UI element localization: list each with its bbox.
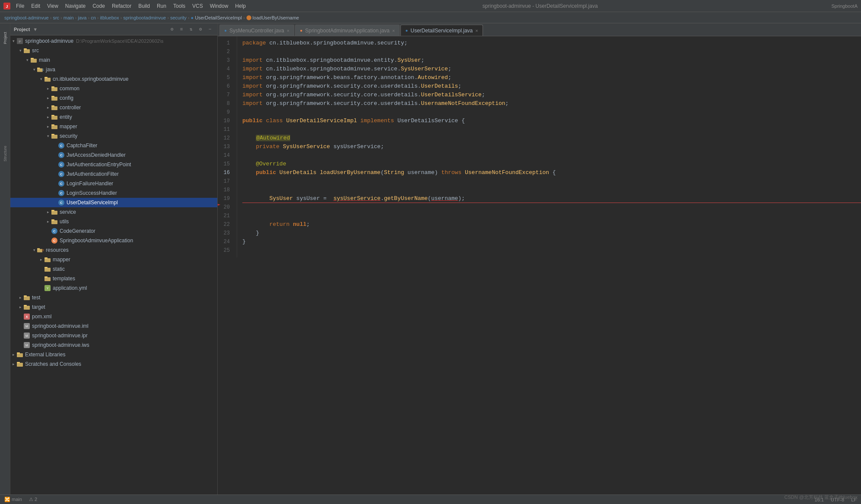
- line-1[interactable]: package cn.itbluebox.springbootadminvue.…: [242, 39, 861, 48]
- tab-sysmenu-close[interactable]: ×: [287, 28, 289, 33]
- tree-item-pomxml[interactable]: Xpom.xml: [10, 312, 217, 321]
- tree-item-static[interactable]: static: [10, 264, 217, 274]
- tree-item-userdetailimpl[interactable]: CUserDetailServiceImpl: [10, 198, 217, 207]
- tree-item-cn-pkg[interactable]: ▾cn.itbluebox.springbootadminvue: [10, 74, 217, 84]
- line-25[interactable]: [242, 246, 861, 255]
- activity-structure[interactable]: Structure: [1, 141, 10, 167]
- menu-view[interactable]: View: [44, 2, 61, 10]
- code-editor[interactable]: 1234567891011121314151617181920212223242…: [218, 36, 861, 494]
- tab-userdetail-close[interactable]: ×: [475, 28, 478, 33]
- menu-refactor[interactable]: Refactor: [109, 2, 134, 10]
- tree-item-common[interactable]: ▸common: [10, 84, 217, 93]
- tree-item-entity[interactable]: ▸entity: [10, 112, 217, 122]
- tree-item-adminvue-ipr[interactable]: Mspringboot-adminvue.ipr: [10, 331, 217, 340]
- breadcrumb-security[interactable]: security: [170, 15, 187, 20]
- tree-item-resources[interactable]: ▾Rresources: [10, 245, 217, 255]
- line-11[interactable]: [242, 125, 861, 134]
- line-2[interactable]: [242, 48, 861, 56]
- line-8[interactable]: import org.springframework.security.core…: [242, 99, 861, 108]
- sort-icon[interactable]: ≡: [178, 25, 185, 33]
- breadcrumb-src[interactable]: src: [53, 15, 59, 20]
- tab-sysmenu-icon: ●: [224, 28, 227, 33]
- line-24[interactable]: }: [242, 238, 861, 246]
- line-18[interactable]: [242, 186, 861, 194]
- tree-item-adminvue-iml[interactable]: Mspringboot-adminvue.iml: [10, 321, 217, 331]
- tree-item-jwtauthentry[interactable]: CJwtAuthenticationEntryPoint: [10, 160, 217, 169]
- menu-tools[interactable]: Tools: [170, 2, 188, 10]
- breadcrumb-itbluebox[interactable]: itbluebox: [100, 15, 119, 20]
- tree-item-config[interactable]: ▸config: [10, 93, 217, 103]
- menu-code[interactable]: Code: [89, 2, 108, 10]
- gear-icon[interactable]: ⚙: [197, 25, 204, 33]
- tree-item-ext-libs[interactable]: ▸External Libraries: [10, 350, 217, 359]
- tree-item-appyml[interactable]: Yapplication.yml: [10, 283, 217, 293]
- breadcrumb-project[interactable]: springboot-adminvue: [4, 15, 49, 20]
- line-21[interactable]: [242, 212, 861, 220]
- tree-item-springbootapp[interactable]: CSpringbootAdminvueApplication: [10, 236, 217, 245]
- tab-sysmenu[interactable]: ● SysMenuController.java ×: [219, 25, 294, 36]
- menu-edit[interactable]: Edit: [28, 2, 43, 10]
- line-10[interactable]: public class UserDetailServiceImpl imple…: [242, 117, 861, 125]
- breadcrumb-cn[interactable]: cn: [91, 15, 96, 20]
- tree-item-service[interactable]: ▸service: [10, 207, 217, 217]
- breadcrumb-java[interactable]: java: [78, 15, 86, 20]
- tree-item-jwtaccessdenied[interactable]: CJwtAccessDeniedHandler: [10, 150, 217, 160]
- menu-vcs[interactable]: VCS: [189, 2, 206, 10]
- line-3[interactable]: import cn.itbluebox.springbootadminvue.e…: [242, 56, 861, 65]
- tab-springbootapp[interactable]: ● SpringbootAdminvueApplication.java ×: [295, 25, 400, 36]
- menu-help[interactable]: Help: [232, 2, 249, 10]
- tree-item-loginfailure[interactable]: CLoginFailureHandler: [10, 179, 217, 188]
- line-13[interactable]: private SysUserService sysUserService;: [242, 143, 861, 151]
- menu-file[interactable]: File: [13, 2, 27, 10]
- line-16[interactable]: ▶ public UserDetails loadUserByUsername(…: [242, 168, 861, 177]
- line-9[interactable]: [242, 108, 861, 117]
- tree-item-templates[interactable]: templates: [10, 274, 217, 283]
- line-15[interactable]: @Override: [242, 160, 861, 168]
- menu-build[interactable]: Build: [135, 2, 153, 10]
- tree-item-main[interactable]: ▾main: [10, 55, 217, 65]
- menu-window[interactable]: Window: [207, 2, 232, 10]
- tab-springbootapp-close[interactable]: ×: [392, 28, 395, 33]
- tree-item-scratches[interactable]: ▸Scratches and Consoles: [10, 359, 217, 369]
- line-12[interactable]: @Autowired: [242, 134, 861, 143]
- line-23[interactable]: }: [242, 229, 861, 238]
- settings-icon[interactable]: ⚙: [168, 25, 176, 33]
- tree-item-loginsuccess[interactable]: CLoginSuccessHandler: [10, 188, 217, 198]
- tree-item-controller[interactable]: ▸controller: [10, 103, 217, 112]
- tree-item-test[interactable]: ▸test: [10, 293, 217, 302]
- line-7[interactable]: import org.springframework.security.core…: [242, 91, 861, 99]
- breadcrumb-class[interactable]: ● UserDetailServiceImpl: [191, 15, 241, 20]
- line-19[interactable]: SysUser sysUser = sysUserService.getByUs…: [242, 194, 861, 203]
- tree-item-java[interactable]: ▾Sjava: [10, 65, 217, 74]
- breadcrumb-main[interactable]: main: [64, 15, 74, 20]
- line-20[interactable]: [242, 203, 861, 212]
- title-bar-left: J File Edit View Navigate Code Refactor …: [3, 2, 249, 10]
- activity-project[interactable]: Project: [1, 25, 10, 51]
- tree-item-mapper[interactable]: ▸mapper: [10, 122, 217, 131]
- line-22[interactable]: return null;: [242, 220, 861, 229]
- line-14[interactable]: [242, 151, 861, 160]
- breadcrumb-springbootadminvue[interactable]: springbootadminvue: [123, 15, 166, 20]
- tree-item-target[interactable]: ▸target: [10, 302, 217, 312]
- tab-userdetail[interactable]: ● UserDetailServiceImpl.java ×: [400, 25, 483, 36]
- menu-run[interactable]: Run: [154, 2, 169, 10]
- tree-item-utils[interactable]: ▸utils: [10, 217, 217, 226]
- breadcrumb-method[interactable]: ⬤ loadUserByUsername: [246, 15, 299, 20]
- tree-item-adminvue-iws[interactable]: Mspringboot-adminvue.iws: [10, 340, 217, 350]
- tree-item-security[interactable]: ▾security: [10, 131, 217, 141]
- line-content[interactable]: package cn.itbluebox.springbootadminvue.…: [237, 36, 861, 257]
- tree-item-src[interactable]: ▾src: [10, 46, 217, 55]
- tree-item-project-root[interactable]: ▾Pspringboot-adminvueD:\ProgramWorkSpace…: [10, 36, 217, 46]
- line-17[interactable]: [242, 177, 861, 186]
- line-6[interactable]: import org.springframework.security.core…: [242, 82, 861, 91]
- tree-item-mapper-res[interactable]: ▸mapper: [10, 255, 217, 264]
- expand-icon[interactable]: ⇅: [187, 25, 195, 33]
- tree-item-captchafilter[interactable]: CCaptchaFilter: [10, 141, 217, 150]
- tree-item-jwtauthfilter[interactable]: CJwtAuthenticationFilter: [10, 169, 217, 179]
- minimize-icon[interactable]: −: [206, 25, 214, 33]
- project-dropdown[interactable]: ▼: [33, 27, 38, 32]
- menu-navigate[interactable]: Navigate: [62, 2, 89, 10]
- line-4[interactable]: import cn.itbluebox.springbootadminvue.s…: [242, 65, 861, 73]
- line-5[interactable]: import org.springframework.beans.factory…: [242, 73, 861, 82]
- tree-item-codegenerator[interactable]: CCodeGenerator: [10, 226, 217, 236]
